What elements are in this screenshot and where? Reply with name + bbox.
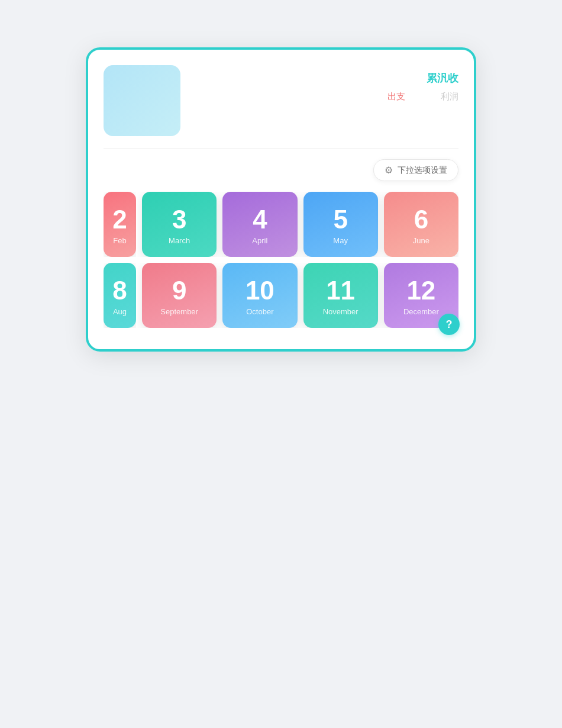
month-card-3[interactable]: 3 March — [142, 192, 217, 257]
cumulative-income-label: 累汎收 — [427, 71, 458, 85]
month-name-5: May — [333, 236, 348, 245]
month-name-8: Aug — [113, 307, 127, 316]
month-card-9[interactable]: 9 September — [142, 263, 217, 328]
month-number-5: 5 — [333, 207, 347, 233]
month-card-11[interactable]: 11 November — [303, 263, 378, 328]
settings-button-label: 下拉选项设置 — [398, 165, 447, 176]
expenditure-item: 出支 — [387, 91, 405, 102]
month-card-8[interactable]: 8 Aug — [104, 263, 136, 328]
gear-icon: ⚙ — [385, 165, 393, 176]
month-name-2: Feb — [113, 236, 126, 245]
month-name-10: October — [246, 307, 273, 316]
month-number-10: 10 — [246, 278, 274, 304]
month-card-wrap-2: 2 Feb — [104, 192, 136, 257]
month-number-2: 2 — [112, 207, 127, 233]
month-row-2: 8 Aug 9 September 10 October 11 No — [104, 263, 458, 328]
month-number-12: 12 — [406, 278, 435, 304]
month-card-wrap-5: 5 May — [303, 192, 378, 257]
month-card-6[interactable]: 6 June — [384, 192, 458, 257]
settings-row: ⚙ 下拉选项设置 — [104, 159, 458, 181]
month-card-2[interactable]: 2 Feb — [104, 192, 136, 257]
month-card-10[interactable]: 10 October — [222, 263, 297, 328]
expenditure-label: 出支 — [387, 91, 405, 102]
main-container: 累汎收 出支 利润 ⚙ 下拉选项设置 — [86, 47, 476, 352]
stats-area: 累汎收 出支 利润 — [198, 65, 458, 102]
month-card-wrap-10: 10 October — [222, 263, 297, 328]
month-number-11: 11 — [326, 278, 355, 304]
month-number-3: 3 — [172, 207, 186, 233]
month-name-3: March — [169, 236, 190, 245]
inner-content: 累汎收 出支 利润 ⚙ 下拉选项设置 — [86, 47, 476, 352]
month-name-12: December — [403, 307, 439, 316]
month-card-wrap-11: 11 November — [303, 263, 378, 328]
stat-row: 出支 利润 — [387, 91, 458, 102]
divider — [104, 148, 458, 149]
month-number-8: 8 — [112, 278, 127, 304]
profit-item: 利润 — [441, 91, 458, 102]
settings-button[interactable]: ⚙ 下拉选项设置 — [373, 159, 458, 181]
month-card-5[interactable]: 5 May — [303, 192, 378, 257]
help-icon: ? — [446, 318, 453, 331]
profit-label: 利润 — [441, 91, 458, 102]
month-name-11: November — [323, 307, 358, 316]
month-card-wrap-9: 9 September — [142, 263, 217, 328]
month-card-wrap-4: 4 April — [222, 192, 297, 257]
month-card-4[interactable]: 4 April — [222, 192, 297, 257]
month-name-6: June — [413, 236, 429, 245]
month-number-6: 6 — [414, 207, 428, 233]
help-button[interactable]: ? — [438, 314, 460, 335]
avatar-card — [104, 65, 180, 136]
top-section: 累汎收 出支 利润 — [104, 65, 458, 136]
month-name-4: April — [252, 236, 267, 245]
month-number-4: 4 — [253, 207, 267, 233]
month-card-wrap-3: 3 March — [142, 192, 217, 257]
month-name-9: September — [160, 307, 198, 316]
month-card-wrap-8: 8 Aug — [104, 263, 136, 328]
month-row-1: 2 Feb 3 March 4 April 5 May — [104, 192, 458, 257]
month-number-9: 9 — [172, 278, 186, 304]
month-card-wrap-6: 6 June — [384, 192, 458, 257]
